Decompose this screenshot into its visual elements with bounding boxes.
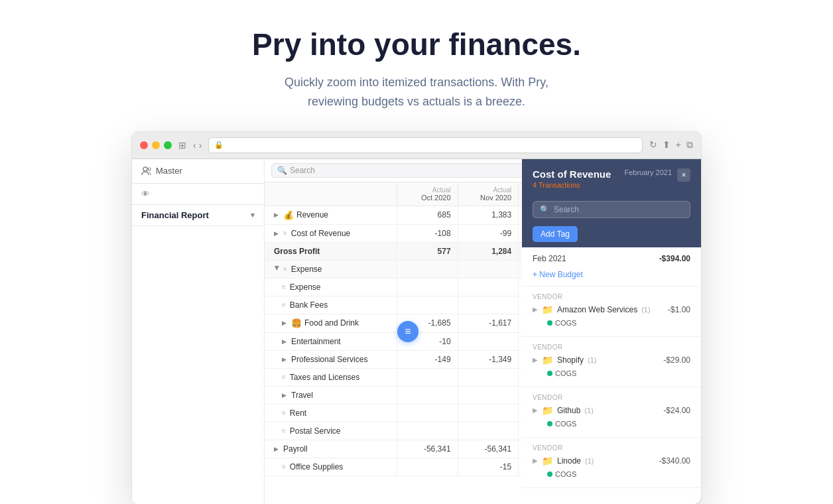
vendor-expand-icon[interactable]: ▶ [533,407,538,414]
row-label-cell: ≡ Postal Service [265,422,397,440]
col-header-nov: Actual Nov 2020 [458,182,519,206]
search-icon: 🔍 [277,166,287,175]
panel-body: Feb 2021 -$394.00 + New Budget Vendor [522,247,701,504]
row-text: Food and Drink [304,318,359,328]
vendor-count: (1) [588,356,596,364]
add-tag-button[interactable]: Add Tag [533,226,578,242]
cogs-label: COGS [555,369,576,377]
cogs-tag-row: COGS [522,368,701,381]
vendor-folder-icon: 📁 [542,405,553,416]
app-content: Master 👁 Financial Report ▾ 🔍 Search [132,159,701,504]
sidebar-nav-row: 👁 [132,184,264,205]
row-label-cell: Gross Profit [265,243,397,260]
user-group-icon [141,166,152,176]
vendor-expand-icon[interactable]: ▶ [533,356,538,363]
row-text: Expense [291,265,322,274]
revenue-icon: 💰 [283,210,294,220]
expand-icon[interactable]: ▶ [282,356,288,363]
vendor-row: ▶ 📁 Github (1) -$24.00 [522,403,701,418]
nav-back[interactable]: ‹ [193,140,196,151]
hero-title: Pry into your finances. [13,27,820,62]
expand-icon[interactable]: ▶ [274,230,281,237]
traffic-light-red[interactable] [140,141,148,149]
col-header-oct: Actual Oct 2020 [397,182,458,206]
divider-icon: ≡ [283,229,287,237]
add-tab-icon[interactable]: + [676,139,681,151]
food-icon: 🍔 [291,318,302,328]
expand-icon[interactable]: ▶ [274,446,281,452]
cogs-label: COGS [555,319,576,327]
row-text: Revenue [296,210,328,220]
browser-actions: ↻ ⬆ + ⧉ [649,139,693,151]
sidebar: Master 👁 Financial Report ▾ [132,159,265,504]
expand-icon[interactable]: ▶ [282,320,288,326]
panel-month-label: Feb 2021 [533,254,566,263]
browser-window: ⊞ ‹ › 🔒 ↻ ⬆ + ⧉ [131,131,702,504]
panel-search-box[interactable]: 🔍 Search [533,201,690,218]
vendor-label: Vendor [522,393,701,403]
duplicate-icon[interactable]: ⧉ [686,139,693,151]
cell-nov: 1,383 [458,206,519,224]
vendor-name: Amazon Web Services [557,305,637,314]
panel-close-button[interactable]: × [677,168,690,182]
vendor-amount: -$340.00 [659,456,690,466]
hero-section: Pry into your finances. Quickly zoom int… [0,0,833,131]
panel-search-input: Search [554,205,579,214]
hero-subtitle: Quickly zoom into itemized transactions.… [13,73,820,111]
url-bar[interactable]: 🔒 [208,137,642,153]
reload-icon[interactable]: ↻ [649,139,657,151]
cost-of-revenue-panel: Cost of Revenue 4 Transactions February … [522,159,701,504]
row-text: Taxes and Licenses [290,373,359,382]
divider-icon: ≡ [282,283,286,290]
eye-toggle[interactable]: 👁 [141,189,150,199]
cogs-dot [547,371,552,376]
panel-month-header: Feb 2021 -$394.00 [522,247,701,267]
share-icon[interactable]: ⬆ [663,139,671,151]
vendor-expand-icon[interactable]: ▶ [533,457,538,464]
vendor-section-shopify: Vendor ▶ 📁 Shopify (1) -$29.00 [522,337,701,387]
panel-title-block: Cost of Revenue 4 Transactions [533,168,611,189]
vendor-label: Vendor [522,342,701,352]
report-selector[interactable]: Financial Report ▾ [132,205,264,226]
new-budget-row[interactable]: + New Budget [522,267,701,286]
vendor-count: (1) [585,457,594,465]
cell-oct: 577 [397,243,458,260]
vendor-name: Github [557,406,580,415]
panel-month-amount: -$394.00 [659,254,690,263]
browser-sidebar-toggle[interactable]: ⊞ [178,140,186,151]
sidebar-header: Master [132,159,264,184]
row-label-cell: ▶ ≡ Expense [265,261,397,278]
traffic-light-yellow[interactable] [152,141,160,149]
row-label-cell: ≡ Taxes and Licenses [265,369,397,386]
vendor-row: ▶ 📁 Amazon Web Services (1) -$1.00 [522,302,701,318]
panel-title: Cost of Revenue [533,168,611,180]
expand-icon[interactable]: ▶ [274,212,281,218]
vendor-count: (1) [641,306,650,314]
row-label-cell: ▶ Entertainment [265,333,397,350]
float-equals-button[interactable]: ≡ [397,321,418,342]
report-arrow: ▾ [251,211,255,220]
browser-wrapper: ⊞ ‹ › 🔒 ↻ ⬆ + ⧉ [0,131,833,504]
traffic-light-green[interactable] [164,141,172,149]
vendor-row: ▶ 📁 Linode (1) -$340.00 [522,453,701,469]
cogs-dot [547,320,552,326]
vendor-section-aws: Vendor ▶ 📁 Amazon Web Services (1) -$1.0… [522,286,701,337]
col-header-label [265,182,397,206]
panel-search-icon: 🔍 [540,205,550,214]
row-text: Bank Fees [290,300,328,310]
expand-icon[interactable]: ▶ [282,338,288,345]
row-text: Professional Services [291,355,367,364]
vendor-count: (1) [584,407,593,414]
row-label-cell: ▶ 🍔 Food and Drink [265,314,397,332]
expand-icon[interactable]: ▶ [274,266,281,273]
master-label: Master [156,166,182,176]
vendor-expand-icon[interactable]: ▶ [533,306,538,313]
panel-header: Cost of Revenue 4 Transactions February … [522,159,701,196]
cogs-tag-row: COGS [522,469,701,482]
row-label-cell: ≡ Office Supplies [265,458,397,475]
row-label-cell: ▶ Travel [265,387,397,404]
nav-forward[interactable]: › [199,140,202,151]
expand-icon[interactable]: ▶ [282,392,288,399]
vendor-name: Linode [557,456,581,466]
vendor-folder-icon: 📁 [542,304,553,315]
